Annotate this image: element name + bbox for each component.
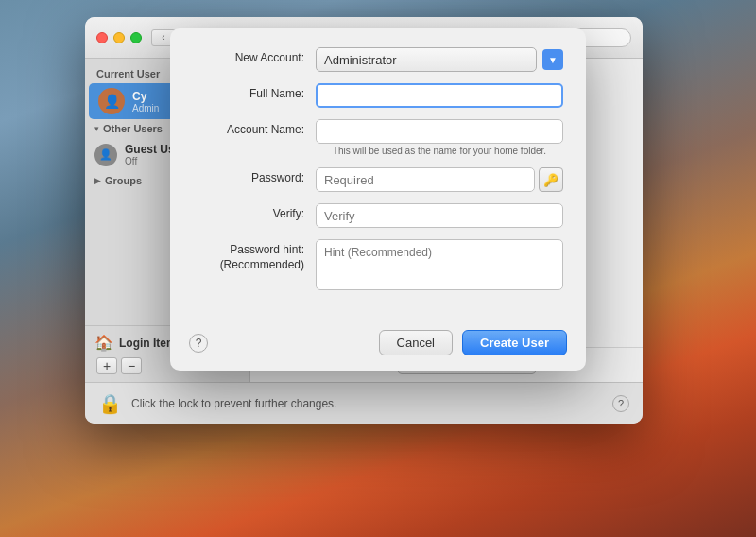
hint-label: Password hint: (Recommended) <box>193 239 316 272</box>
account-name-input[interactable] <box>316 119 563 144</box>
verify-row: Verify: <box>193 203 563 228</box>
password-label: Password: <box>193 167 316 184</box>
create-user-dialog: New Account: Administrator ▼ Full Name: <box>170 28 586 371</box>
modal-body: New Account: Administrator ▼ Full Name: <box>170 28 586 320</box>
new-account-select[interactable]: Administrator <box>316 47 537 72</box>
hint-textarea[interactable] <box>316 239 563 290</box>
password-row: Password: 🔑 <box>193 167 563 192</box>
hint-sublabel-text: (Recommended) <box>220 258 304 271</box>
full-name-input[interactable] <box>316 83 563 108</box>
account-name-hint: This will be used as the name for your h… <box>316 146 563 156</box>
account-name-label: Account Name: <box>193 119 316 136</box>
full-name-label: Full Name: <box>193 83 316 100</box>
modal-footer: ? Cancel Create User <box>170 320 586 371</box>
password-key-button[interactable]: 🔑 <box>539 167 563 192</box>
cancel-button[interactable]: Cancel <box>379 330 453 355</box>
password-input[interactable] <box>316 167 535 192</box>
select-arrow-icon[interactable]: ▼ <box>542 49 563 70</box>
hint-control <box>316 239 563 290</box>
modal-overlay: New Account: Administrator ▼ Full Name: <box>0 0 756 537</box>
full-name-control <box>316 83 563 108</box>
verify-input[interactable] <box>316 203 563 228</box>
password-control: 🔑 <box>316 167 563 192</box>
hint-row: Password hint: (Recommended) <box>193 239 563 290</box>
hint-label-text: Password hint: <box>230 243 304 256</box>
full-name-row: Full Name: <box>193 83 563 108</box>
account-name-control: This will be used as the name for your h… <box>316 119 563 156</box>
new-account-control: Administrator ▼ <box>316 47 563 72</box>
create-user-button[interactable]: Create User <box>462 330 567 355</box>
new-account-label: New Account: <box>193 47 316 64</box>
help-button-modal[interactable]: ? <box>189 334 208 353</box>
new-account-input-row: Administrator ▼ <box>316 47 563 72</box>
verify-label: Verify: <box>193 203 316 220</box>
modal-actions: Cancel Create User <box>379 330 567 355</box>
verify-control <box>316 203 563 228</box>
account-name-row: Account Name: This will be used as the n… <box>193 119 563 156</box>
password-input-wrap: 🔑 <box>316 167 563 192</box>
new-account-row: New Account: Administrator ▼ <box>193 47 563 72</box>
